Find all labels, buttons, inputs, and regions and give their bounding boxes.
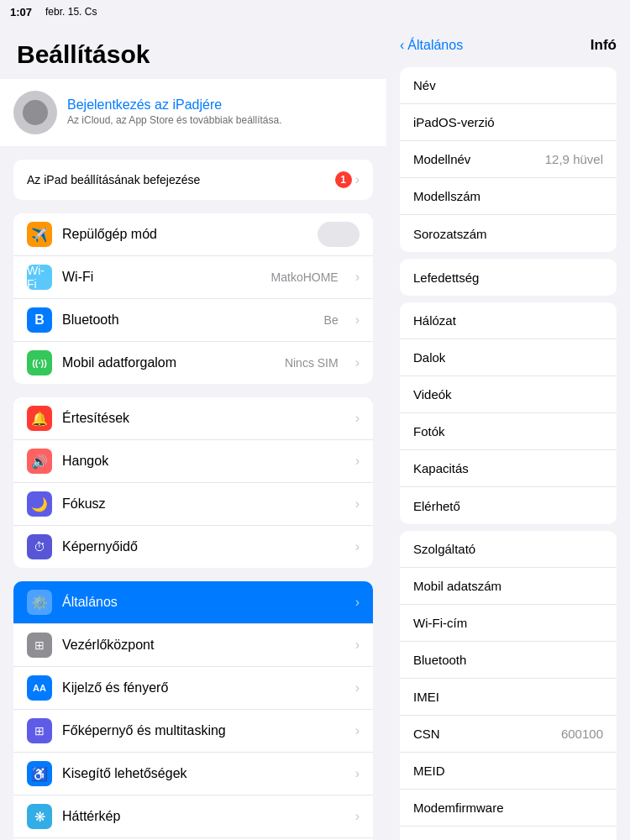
notifications-row[interactable]: 🔔 Értesítések › bbox=[13, 397, 373, 440]
csn-label: CSN bbox=[413, 727, 440, 741]
wallpaper-row[interactable]: ❋ Háttérkép › bbox=[13, 795, 373, 838]
kapacitas-label: Kapacitás bbox=[413, 461, 469, 475]
info-panel: ‹ Általános Infó Név iPadOS-verzió Model… bbox=[386, 24, 630, 840]
info-videok: Videók bbox=[400, 376, 617, 413]
bluetooth-label: Bluetooth bbox=[62, 312, 314, 328]
main-content: Beállítások Bejelentkezés az iPadjére Az… bbox=[0, 24, 630, 840]
controlcenter-row[interactable]: ⊞ Vezérlőközpont › bbox=[13, 624, 373, 667]
airplane-icon: ✈️ bbox=[27, 222, 52, 247]
sounds-icon: 🔊 bbox=[27, 449, 52, 474]
accessibility-icon: ♿ bbox=[27, 761, 52, 786]
screentime-chevron: › bbox=[355, 539, 360, 554]
settings-panel: Beállítások Bejelentkezés az iPadjére Az… bbox=[0, 24, 386, 840]
videok-label: Videók bbox=[413, 387, 452, 402]
sounds-label: Hangok bbox=[62, 454, 342, 469]
info-serial: Sorozatszám bbox=[400, 215, 617, 252]
general-row[interactable]: ⚙️ Általános › bbox=[13, 581, 373, 624]
modelnumber-label: Modellszám bbox=[413, 189, 480, 203]
info-storage-group: Hálózat Dalok Videók Fotók Kapacitás Elé… bbox=[400, 302, 617, 524]
homescreen-icon: ⊞ bbox=[27, 718, 52, 743]
info-sim-group: Szolgáltató Mobil adatszám Wi-Fi-cím Blu… bbox=[400, 531, 617, 840]
focus-row[interactable]: 🌙 Fókusz › bbox=[13, 483, 373, 526]
accessibility-row[interactable]: ♿ Kisegítő lehetőségek › bbox=[13, 753, 373, 795]
chevron-icon: › bbox=[355, 172, 360, 187]
wallpaper-icon: ❋ bbox=[27, 804, 52, 829]
general-label: Általános bbox=[62, 595, 342, 610]
serial-label: Sorozatszám bbox=[413, 227, 487, 241]
status-bar: 1:07 febr. 15. Cs bbox=[0, 0, 630, 24]
sounds-row[interactable]: 🔊 Hangok › bbox=[13, 440, 373, 483]
modemfw-label: Modemfirmware bbox=[413, 801, 504, 815]
imei-label: IMEI bbox=[413, 690, 439, 704]
info-csn: CSN 600100 bbox=[400, 716, 617, 753]
access-chevron: › bbox=[355, 766, 360, 781]
info-basic-group: Név iPadOS-verzió Modellnév 12,9 hüvel M… bbox=[400, 67, 617, 252]
setup-text: Az iPad beállításának befejezése bbox=[27, 173, 200, 186]
screentime-row[interactable]: ⏱ Képernyőidő › bbox=[13, 526, 373, 568]
mobilszam-label: Mobil adatszám bbox=[413, 579, 501, 593]
mobile-row[interactable]: ((·)) Mobil adatforgalom Nincs SIM › bbox=[13, 342, 373, 384]
wifi-chevron: › bbox=[355, 270, 360, 285]
wificim-label: Wi-Fi-cím bbox=[413, 616, 467, 630]
elerheto-label: Elérhető bbox=[413, 499, 460, 513]
info-header: ‹ Általános Infó bbox=[386, 24, 630, 60]
airplane-row[interactable]: ✈️ Repülőgép mód bbox=[13, 213, 373, 256]
setup-banner-right: 1 › bbox=[328, 171, 360, 188]
info-dalok: Dalok bbox=[400, 339, 617, 376]
screentime-label: Képernyőidő bbox=[62, 539, 342, 554]
accessibility-label: Kisegítő lehetőségek bbox=[62, 766, 342, 781]
status-date: febr. 15. Cs bbox=[45, 6, 97, 18]
controlcenter-label: Vezérlőközpont bbox=[62, 638, 342, 653]
controlcenter-icon: ⊞ bbox=[27, 633, 52, 658]
info-wificim: Wi-Fi-cím bbox=[400, 605, 617, 642]
avatar bbox=[13, 91, 57, 134]
setup-banner[interactable]: Az iPad beállításának befejezése 1 › bbox=[13, 160, 373, 200]
info-nev: Név bbox=[400, 67, 617, 104]
connectivity-group: ✈️ Repülőgép mód Wi-Fi Wi-Fi MatkoHOME ›… bbox=[13, 213, 373, 384]
info-imei: IMEI bbox=[400, 679, 617, 716]
homescreen-chevron: › bbox=[355, 723, 360, 738]
wallpaper-label: Háttérkép bbox=[62, 809, 342, 824]
bluetooth-value: Be bbox=[324, 313, 339, 327]
bluetooth-row[interactable]: B Bluetooth Be › bbox=[13, 299, 373, 342]
general-group: ⚙️ Általános › ⊞ Vezérlőközpont › AA Kij… bbox=[13, 581, 373, 840]
wifi-row[interactable]: Wi-Fi Wi-Fi MatkoHOME › bbox=[13, 256, 373, 299]
airplane-toggle[interactable] bbox=[318, 222, 360, 247]
info-title: Infó bbox=[591, 37, 617, 54]
screentime-icon: ⏱ bbox=[27, 534, 52, 559]
settings-title: Beállítások bbox=[0, 24, 386, 79]
nev-label: Név bbox=[413, 78, 436, 92]
homescreen-label: Főképernyő és multitasking bbox=[62, 723, 342, 738]
airplane-label: Repülőgép mód bbox=[62, 227, 307, 242]
general-icon: ⚙️ bbox=[27, 590, 52, 615]
account-title: Bejelentkezés az iPadjére bbox=[67, 97, 373, 113]
focus-label: Fókusz bbox=[62, 496, 342, 512]
focus-chevron: › bbox=[355, 496, 360, 512]
szolgaltato-label: Szolgáltató bbox=[413, 542, 475, 556]
account-subtitle: Az iCloud, az App Store és továbbiak beá… bbox=[67, 114, 373, 128]
display-label: Kijelző és fényerő bbox=[62, 680, 342, 696]
setup-badge: 1 bbox=[335, 171, 352, 188]
info-modelnumber: Modellszám bbox=[400, 178, 617, 215]
wifi-icon: Wi-Fi bbox=[27, 265, 52, 290]
info-fotok: Fotók bbox=[400, 413, 617, 450]
info-kapacitas: Kapacitás bbox=[400, 450, 617, 487]
focus-icon: 🌙 bbox=[27, 491, 52, 517]
wallpaper-chevron: › bbox=[355, 809, 360, 824]
info-bluetooth-detail: Bluetooth bbox=[400, 642, 617, 679]
version-label: iPadOS-verzió bbox=[413, 115, 495, 129]
account-section[interactable]: Bejelentkezés az iPadjére Az iCloud, az … bbox=[0, 79, 386, 146]
homescreen-row[interactable]: ⊞ Főképernyő és multitasking › bbox=[13, 710, 373, 753]
lefedettség-label: Lefedettség bbox=[413, 270, 479, 285]
display-chevron: › bbox=[355, 680, 360, 696]
mobile-value: Nincs SIM bbox=[285, 356, 339, 370]
bluetooth-icon: B bbox=[27, 307, 52, 333]
wifi-value: MatkoHOME bbox=[271, 270, 339, 284]
back-button[interactable]: ‹ Általános bbox=[400, 38, 463, 53]
back-label: Általános bbox=[407, 38, 463, 53]
info-elerheto: Elérhető bbox=[400, 487, 617, 524]
info-mobilszam: Mobil adatszám bbox=[400, 568, 617, 605]
fotok-label: Fotók bbox=[413, 424, 445, 438]
display-row[interactable]: AA Kijelző és fényerő › bbox=[13, 667, 373, 710]
info-meid: MEID bbox=[400, 753, 617, 790]
